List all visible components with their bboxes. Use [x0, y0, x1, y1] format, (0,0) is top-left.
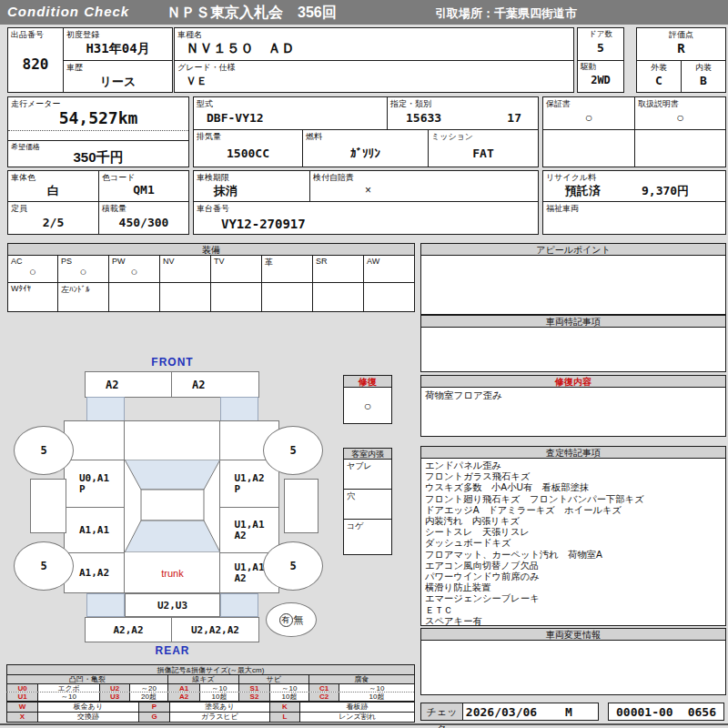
warranty-empty-cell	[542, 129, 635, 167]
equipment-cell-leather: 革	[261, 255, 313, 283]
cabin-lining-row-hole: 穴	[343, 489, 392, 520]
roof-shape	[141, 490, 204, 521]
manual-empty-cell	[634, 129, 726, 167]
welfare-vehicle-label: 福祉車両	[546, 203, 579, 215]
legend-desc: 看板跡	[299, 702, 414, 712]
recycle-fee-value: 9,370円	[642, 183, 689, 199]
vehicle-change-body	[420, 640, 726, 695]
score-label: 評価点	[637, 29, 725, 41]
repair-detail-body: 荷物室フロア歪み	[420, 387, 726, 437]
legend-code: C1	[308, 683, 339, 692]
class-cell: 指定・類別 15633 17	[387, 96, 539, 130]
front-bumper-right-code: A2	[172, 379, 205, 391]
equipment-extra-wtire: Wﾀｲﾔ	[7, 282, 58, 312]
front-left-pillar-shade	[86, 397, 125, 421]
legend-group-scratch: 線キズ	[167, 674, 238, 683]
score-cell: 評価点 R	[636, 27, 726, 61]
rear-label: REAR	[125, 644, 220, 657]
welfare-vehicle-cell: 福祉車両	[542, 201, 726, 235]
legend-code: A2	[167, 693, 199, 701]
damage-codes: U0,A1 P	[79, 473, 109, 495]
legend-group-dent: 凸凹・亀裂	[6, 674, 167, 683]
capacity-label: 定員	[11, 203, 27, 215]
exterior-grade-cell: 外装 C	[636, 60, 682, 93]
legend-code: A1	[167, 683, 199, 692]
tire-depth-value: 5	[40, 444, 46, 457]
doors-value: 5	[578, 41, 623, 55]
cabin-lining-row-burn: コゲ	[343, 519, 392, 555]
color-code-cell: 色コード QM1	[98, 170, 189, 202]
repair-flag-mark: ○	[364, 399, 371, 413]
model-name-value: ＮＶ１５０ ＡＤ	[186, 40, 295, 57]
manual-cell: 取扱説明書 ○	[634, 96, 726, 130]
equipment-extra-empty	[261, 282, 313, 312]
recycle-fee-cell: リサイクル料 預託済 9,370円	[542, 170, 726, 202]
transmission-cell: ミッション FAT	[428, 129, 539, 167]
lot-number-cell: 出品番号 820	[7, 27, 64, 93]
damage-codes: U1,A1 A2	[234, 562, 264, 584]
legend-code: P	[138, 702, 169, 712]
left-rear-door-cell: A1,A1	[64, 507, 125, 553]
load-capacity-label: 積載量	[102, 203, 126, 215]
insurance-cell: 検付自賠責 ×	[309, 170, 429, 202]
rear-bumper-right: U2,A2,A2	[171, 617, 259, 642]
legend-desc: 10超	[339, 693, 414, 701]
legend-code: L	[269, 712, 299, 722]
assessment-body: エンドパネル歪み フロントガラス飛石キズ ウスキズ多数 小A小U有 看板部塗抹 …	[420, 458, 726, 626]
warranty-mark: ○	[543, 110, 634, 125]
damage-codes: U2,U3	[157, 600, 187, 612]
equipment-extra-label: Wﾀｲﾔ	[11, 284, 31, 293]
legend-code: U3	[99, 693, 129, 701]
glass-shapes	[125, 460, 220, 552]
manual-mark: ○	[635, 110, 725, 125]
rear-right-pillar-shade	[220, 593, 258, 617]
displacement-label: 排気量	[197, 131, 221, 143]
legend-desc: レンズ割れ	[299, 712, 414, 722]
vehicle-notes-title: 車両特記事項	[420, 315, 726, 328]
damage-legend-table: 損傷記号&損傷サイズ(～最大cm) 凸凹・亀裂 線キズ サビ 腐食 U0 エクボ…	[6, 664, 415, 702]
score-value: R	[637, 41, 725, 56]
legend-code: X	[6, 712, 37, 722]
interior-grade-cell: 内装 B	[681, 60, 726, 93]
lot-number-value: 820	[8, 56, 63, 73]
legend-code: U2	[99, 683, 129, 692]
front-bumper-right: A2	[171, 371, 259, 398]
legend-code: G	[138, 712, 169, 722]
legend-group-corrosion: 腐食	[308, 674, 414, 683]
legend-code: U0	[6, 683, 37, 692]
trunk-cell: trunk	[125, 552, 220, 593]
front-bumper-left: A2	[85, 371, 172, 398]
front-left-tire: 5	[14, 426, 74, 475]
inspector-initial: M	[540, 705, 598, 719]
equipment-cell-aw: AW	[363, 255, 415, 283]
model-code-label: 型式	[197, 98, 213, 110]
rear-window-cell: U2,U3	[125, 593, 220, 617]
legend-desc: 板金あり	[37, 702, 138, 712]
dotted-divider	[8, 130, 188, 131]
color-code-value: QM1	[99, 183, 188, 197]
bottom-rule	[0, 723, 728, 725]
assessment-title: 査定特記事項	[420, 446, 726, 459]
insurance-mark: ×	[365, 184, 371, 197]
assessment-line: 横滑り防止装置	[425, 582, 722, 593]
insurance-empty-cell	[428, 170, 539, 202]
assessment-line: パワーウインドウ前席のみ	[425, 571, 722, 582]
equipment-col-label: SR	[316, 257, 328, 266]
damage-codes: A2,A2	[113, 624, 143, 636]
equipment-table: AC○ PS○ PW○ NV TV 革 SR AW Wﾀｲﾔ 左ﾊﾝﾄﾞﾙ	[7, 255, 415, 312]
odometer-value: 54,527km	[8, 108, 188, 127]
equipment-extra-lhd: 左ﾊﾝﾄﾞﾙ	[57, 282, 109, 312]
equipment-title: 装備	[7, 243, 415, 256]
model-name-cell: 車種名 ＮＶ１５０ ＡＤ	[174, 27, 574, 61]
equipment-extra-label: 左ﾊﾝﾄﾞﾙ	[61, 284, 90, 296]
assessment-line: ダッシュボードキズ	[425, 538, 722, 549]
legend-code: K	[269, 702, 299, 712]
inspection-cell: 車検期限 抹消	[193, 170, 310, 202]
assessment-line: シートスレ 天張リスレ	[425, 527, 722, 538]
check-label-box: チェック	[420, 703, 463, 721]
legend-desc: ガラスヒビ	[169, 712, 269, 722]
spare-tire-badge: 有 無	[266, 602, 317, 637]
class-value-2: 17	[507, 111, 521, 125]
load-capacity-value: 450/300	[99, 216, 188, 229]
solid-divider	[8, 140, 188, 141]
